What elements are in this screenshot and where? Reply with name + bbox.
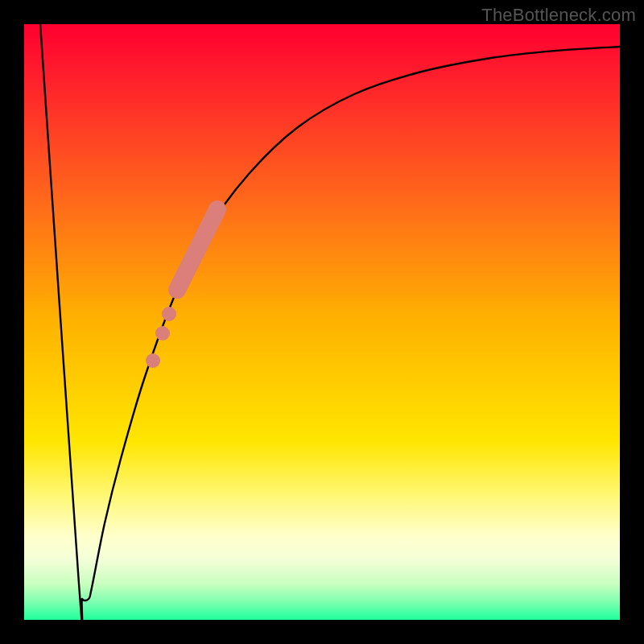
highlight-dot (162, 307, 176, 321)
chart-frame: TheBottleneck.com (0, 0, 644, 644)
plot-area (24, 24, 620, 620)
plot-svg (24, 24, 620, 620)
watermark-text: TheBottleneck.com (481, 5, 636, 26)
highlight-dot (146, 353, 160, 368)
highlight-dot (155, 326, 170, 341)
gradient-background (24, 24, 620, 620)
